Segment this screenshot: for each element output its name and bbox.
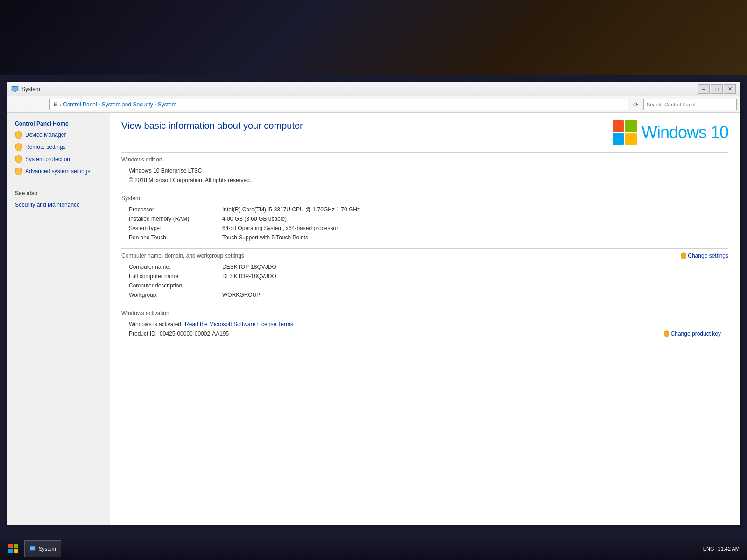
taskbar-system-icon <box>29 546 36 552</box>
up-button[interactable]: ↑ <box>36 99 48 110</box>
minimize-button[interactable]: − <box>698 84 710 94</box>
computer-name-row: Computer name: DESKTOP-18QVJDO <box>121 264 728 270</box>
sidebar-item-system-protection[interactable]: System protection <box>7 153 110 165</box>
system-type-key: System type: <box>129 225 222 231</box>
edition-name-row: Windows 10 Enterprise LTSC <box>121 168 728 174</box>
see-also-header: See also <box>7 187 110 199</box>
svg-rect-7 <box>14 549 18 553</box>
search-box[interactable] <box>643 99 737 110</box>
system-type-value: 64-bit Operating System, x64-based proce… <box>222 225 338 231</box>
sidebar-item-device-manager[interactable]: Device Manager <box>7 129 110 141</box>
svg-rect-9 <box>30 546 35 550</box>
shield-icon-product-key <box>664 330 669 337</box>
content-wrapper: View basic information about your comput… <box>121 120 728 337</box>
activation-status-row: Windows is activated Read the Microsoft … <box>121 321 728 328</box>
taskbar-system-app[interactable]: System <box>24 540 61 557</box>
ram-value: 4.00 GB (3.60 GB usable) <box>222 216 287 222</box>
full-computer-name-row: Full computer name: DESKTOP-18QVJDO <box>121 273 728 280</box>
activation-section-label: Windows activation <box>121 310 169 316</box>
windows-logo-text: Windows 10 <box>641 123 728 142</box>
ram-key: Installed memory (RAM): <box>129 216 222 222</box>
svg-rect-5 <box>14 544 18 548</box>
refresh-button[interactable]: ⟳ <box>630 99 641 110</box>
maximize-button[interactable]: □ <box>711 84 723 94</box>
license-link[interactable]: Read the Microsoft Software License Term… <box>185 321 293 328</box>
change-settings-link[interactable]: Change settings <box>681 252 728 259</box>
sidebar-label-device-manager: Device Manager <box>25 132 66 138</box>
page-title: View basic information about your comput… <box>121 120 303 131</box>
logo-sq-green <box>625 120 637 132</box>
sidebar-item-remote-settings[interactable]: Remote settings <box>7 141 110 153</box>
change-settings-label: Change settings <box>688 252 728 259</box>
shield-icon-remote <box>15 143 22 151</box>
pen-touch-key: Pen and Touch: <box>129 234 222 241</box>
search-input[interactable] <box>647 102 733 107</box>
ram-row: Installed memory (RAM): 4.00 GB (3.60 GB… <box>121 216 728 222</box>
sidebar-label-security-maintenance: Security and Maintenance <box>15 202 80 208</box>
windows-logo-squares <box>613 120 637 145</box>
svg-rect-3 <box>12 87 18 91</box>
edition-name: Windows 10 Enterprise LTSC <box>129 168 202 174</box>
window-title: System <box>21 86 698 92</box>
sidebar: Control Panel Home Device Manager <box>7 113 110 525</box>
sidebar-home[interactable]: Control Panel Home <box>7 119 110 129</box>
windows-edition-section: Windows edition Windows 10 Enterprise LT… <box>121 152 728 183</box>
shield-icon-protection <box>15 155 22 163</box>
processor-key: Processor: <box>129 206 222 213</box>
workgroup-row: Workgroup: WORKGROUP <box>121 292 728 298</box>
sidebar-item-advanced-settings[interactable]: Advanced system settings <box>7 165 110 177</box>
taskbar-tray: ENG 11:42 AM <box>703 546 743 552</box>
address-path[interactable]: 🖥 › Control Panel › System and Security … <box>49 99 628 110</box>
window-controls: − □ ✕ <box>698 84 736 94</box>
computer-name-value: DESKTOP-18QVJDO <box>222 264 276 270</box>
content-panel: View basic information about your comput… <box>110 113 740 525</box>
sidebar-item-security-maintenance[interactable]: Security and Maintenance <box>7 199 110 210</box>
sidebar-label-advanced-settings: Advanced system settings <box>25 168 90 175</box>
logo-sq-yellow <box>625 133 637 145</box>
taskbar: System ENG 11:42 AM <box>0 537 747 560</box>
pen-touch-row: Pen and Touch: Touch Support with 5 Touc… <box>121 234 728 241</box>
change-product-key-label: Change product key <box>671 330 721 337</box>
system-type-row: System type: 64-bit Operating System, x6… <box>121 225 728 231</box>
workgroup-value: WORKGROUP <box>222 292 260 298</box>
address-bar: ← → ↑ 🖥 › Control Panel › System and Sec… <box>7 96 740 113</box>
forward-button[interactable]: → <box>23 99 35 110</box>
start-button[interactable] <box>4 540 22 557</box>
copyright-text: © 2018 Microsoft Corporation. All rights… <box>129 177 251 183</box>
product-id-value: 00425-00000-00002-AA195 <box>160 330 229 337</box>
main-content: Control Panel Home Device Manager <box>7 113 740 525</box>
change-product-key-link[interactable]: Change product key <box>664 330 721 337</box>
shield-icon-change <box>681 252 686 259</box>
sidebar-label-remote-settings: Remote settings <box>25 144 66 150</box>
copyright-row: © 2018 Microsoft Corporation. All rights… <box>121 177 728 183</box>
svg-rect-4 <box>8 544 13 548</box>
activation-status: Windows is activated <box>129 321 181 328</box>
computer-name-section: Computer name, domain, and workgroup set… <box>121 248 728 298</box>
computer-name-key: Computer name: <box>129 264 222 270</box>
logo-sq-red <box>613 120 624 132</box>
svg-rect-1 <box>14 91 16 92</box>
processor-row: Processor: Intel(R) Core(TM) i5-3317U CP… <box>121 206 728 213</box>
close-button[interactable]: ✕ <box>724 84 736 94</box>
back-button[interactable]: ← <box>10 99 21 110</box>
windows-logo: Windows 10 <box>613 120 728 145</box>
title-bar: System − □ ✕ <box>7 82 740 96</box>
shield-icon-advanced <box>15 168 22 175</box>
svg-rect-2 <box>13 92 17 92</box>
tray-time: 11:42 AM <box>718 546 740 552</box>
workgroup-key: Workgroup: <box>129 292 222 298</box>
sidebar-label-system-protection: System protection <box>25 156 70 162</box>
system-section-label: System <box>121 195 728 202</box>
path-control-panel[interactable]: Control Panel <box>63 101 97 108</box>
product-id-label: Product ID: <box>129 330 157 337</box>
taskbar-app-label: System <box>39 546 56 552</box>
path-system[interactable]: System <box>158 101 176 108</box>
system-section: System Processor: Intel(R) Core(TM) i5-3… <box>121 191 728 241</box>
svg-rect-6 <box>8 549 13 553</box>
start-icon <box>8 544 18 553</box>
pen-touch-value: Touch Support with 5 Touch Points <box>222 234 308 241</box>
path-system-security[interactable]: System and Security <box>102 101 153 108</box>
sidebar-divider <box>15 182 102 182</box>
processor-value: Intel(R) Core(TM) i5-3317U CPU @ 1.70GHz… <box>222 206 360 213</box>
shield-icon-device <box>15 131 22 139</box>
